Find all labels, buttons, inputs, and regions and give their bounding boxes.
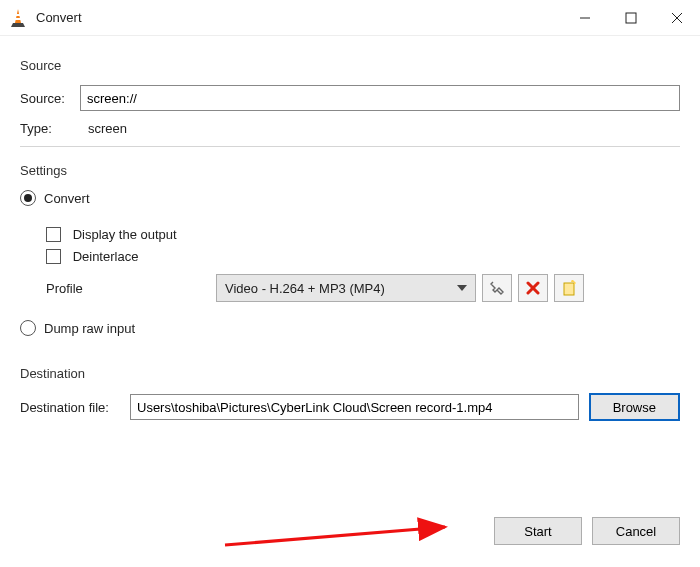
new-file-icon	[561, 280, 577, 296]
chevron-down-icon	[457, 285, 467, 291]
settings-section-label: Settings	[20, 163, 680, 178]
cross-icon	[526, 281, 540, 295]
convert-radio[interactable]	[20, 190, 36, 206]
dump-raw-label: Dump raw input	[44, 321, 135, 336]
destination-file-label: Destination file:	[20, 400, 130, 415]
edit-profile-button[interactable]	[482, 274, 512, 302]
type-value: screen	[80, 121, 127, 136]
svg-rect-5	[626, 13, 636, 23]
titlebar: Convert	[0, 0, 700, 36]
dialog-buttons: Start Cancel	[494, 517, 680, 545]
annotation-arrow-icon	[220, 513, 460, 553]
type-label: Type:	[20, 121, 80, 136]
svg-line-13	[225, 527, 445, 545]
wrench-icon	[489, 280, 505, 296]
svg-marker-3	[11, 23, 25, 27]
window-controls	[562, 0, 700, 36]
destination-section-label: Destination	[20, 366, 680, 381]
delete-profile-button[interactable]	[518, 274, 548, 302]
window-title: Convert	[36, 10, 562, 25]
convert-radio-label: Convert	[44, 191, 90, 206]
deinterlace-label: Deinterlace	[73, 249, 139, 264]
svg-rect-2	[15, 18, 21, 20]
source-section-label: Source	[20, 58, 680, 73]
deinterlace-checkbox[interactable]	[46, 249, 61, 264]
vlc-icon	[8, 8, 28, 28]
svg-rect-1	[16, 14, 20, 16]
svg-rect-10	[564, 283, 574, 295]
dump-raw-radio[interactable]	[20, 320, 36, 336]
cancel-button[interactable]: Cancel	[592, 517, 680, 545]
source-label: Source:	[20, 91, 80, 106]
profile-label: Profile	[46, 281, 136, 296]
source-input[interactable]	[80, 85, 680, 111]
new-profile-button[interactable]	[554, 274, 584, 302]
minimize-button[interactable]	[562, 0, 608, 36]
browse-button[interactable]: Browse	[589, 393, 680, 421]
divider	[20, 146, 680, 147]
destination-file-input[interactable]	[130, 394, 579, 420]
start-button[interactable]: Start	[494, 517, 582, 545]
maximize-button[interactable]	[608, 0, 654, 36]
profile-dropdown[interactable]: Video - H.264 + MP3 (MP4)	[216, 274, 476, 302]
profile-selected: Video - H.264 + MP3 (MP4)	[225, 281, 385, 296]
display-output-checkbox[interactable]	[46, 227, 61, 242]
close-button[interactable]	[654, 0, 700, 36]
display-output-label: Display the output	[73, 227, 177, 242]
